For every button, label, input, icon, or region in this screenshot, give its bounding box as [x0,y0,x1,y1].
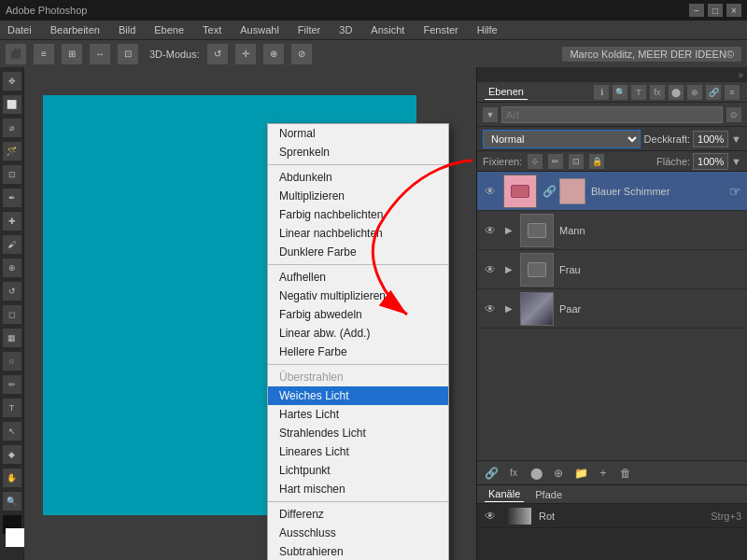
layers-icon-fx[interactable]: fx [650,85,665,100]
tool-shape[interactable]: ◆ [3,445,21,464]
flaeche-arrow[interactable]: ▼ [731,156,741,167]
blend-weiches-licht[interactable]: Weiches Licht [268,386,448,405]
tool-select-rect[interactable]: ⬜ [3,95,21,114]
blend-hart-mischen[interactable]: Hart mischen [268,480,448,498]
menu-hilfe[interactable]: Hilfe [473,22,501,37]
tool-pen[interactable]: ✏ [3,375,21,394]
layer-visibility-paar[interactable]: 👁 [483,301,498,316]
tool-path-select[interactable]: ↖ [3,422,21,441]
layers-icon-more[interactable]: ≡ [725,85,740,100]
blend-mode-select[interactable]: Normal [483,130,641,148]
channel-row-rot[interactable]: 👁 Rot Strg+3 [477,504,747,528]
tool-crop[interactable]: ⊡ [3,165,21,184]
layer-visibility-frau[interactable]: 👁 [483,262,498,277]
layers-icon-search[interactable]: 🔍 [613,85,627,100]
blend-subtrahieren[interactable]: Subtrahieren [268,542,448,560]
blend-hartes-licht[interactable]: Hartes Licht [268,405,448,424]
channel-visibility-rot[interactable]: 👁 [483,509,498,524]
tool-history-brush[interactable]: ↺ [3,282,21,301]
toolbar-icon-1[interactable]: ⬛ [6,44,26,64]
blend-lineares-licht[interactable]: Lineares Licht [268,442,448,461]
blend-farbig-abwedeln[interactable]: Farbig abwedeln [268,305,448,324]
layer-new-icon[interactable]: + [595,465,612,482]
tool-lasso[interactable]: ⌀ [3,119,21,137]
layer-mask-bottom-icon[interactable]: ⊕ [550,465,567,482]
menu-ansicht[interactable]: Ansicht [367,22,408,37]
blend-hellere-farbe[interactable]: Hellere Farbe [268,343,448,361]
paths-tab[interactable]: Pfade [531,487,566,502]
tool-zoom[interactable]: 🔍 [3,492,21,511]
layer-row-frau[interactable]: 👁 ▶ Frau [477,250,747,289]
toolbar-3d-zoom[interactable]: ⊕ [263,44,284,64]
tool-move[interactable]: ✥ [3,72,21,91]
toolbar-icon-5[interactable]: ⊡ [118,44,138,64]
layers-filter-type-icon[interactable]: ▼ [483,107,498,122]
tool-wand[interactable]: 🪄 [3,142,21,161]
blend-farbig-nachbelichten[interactable]: Farbig nachbelichten [268,205,448,224]
layer-expand-paar[interactable]: ▶ [503,303,514,315]
blend-linear-abw[interactable]: Linear abw. (Add.) [268,324,448,343]
menu-datei[interactable]: Datei [4,22,35,37]
blend-differenz[interactable]: Differenz [268,505,448,524]
layer-expand-frau[interactable]: ▶ [503,264,514,275]
blend-negativ-multiplizieren[interactable]: Negativ multiplizieren [268,287,448,305]
layers-search-input[interactable] [501,106,723,123]
blend-mode-dropdown[interactable]: Normal Sprenkeln Abdunkeln Multipliziere… [267,123,449,560]
blend-ueberstrahlen[interactable]: Überstrahlen [268,368,448,386]
fix-lock-icon[interactable]: 🔒 [589,154,604,169]
close-button[interactable]: × [726,4,741,17]
layers-tab[interactable]: Ebenen [485,84,528,100]
layer-fx-icon[interactable]: fx [505,465,522,482]
blend-aufhellen[interactable]: Aufhellen [268,268,448,287]
layer-adjustment-icon[interactable]: ⬤ [528,465,544,482]
tool-hand[interactable]: ✋ [3,469,21,487]
blend-dunklere-farbe[interactable]: Dunklere Farbe [268,243,448,261]
menu-filter[interactable]: Filter [294,22,324,37]
channels-tab[interactable]: Kanäle [485,486,524,502]
blend-strahlendes-licht[interactable]: Strahlendes Licht [268,424,448,442]
layer-delete-icon[interactable]: 🗑 [617,465,634,482]
blend-abdunkeln[interactable]: Abdunkeln [268,168,448,187]
menu-bild[interactable]: Bild [115,22,139,37]
fix-pixel-icon[interactable]: ✏ [548,154,563,169]
maximize-button[interactable]: □ [708,4,723,17]
layer-expand-mann[interactable]: ▶ [503,225,514,236]
layer-folder-icon[interactable]: 📁 [572,465,589,482]
tool-text[interactable]: T [3,399,21,417]
toolbar-icon-2[interactable]: ≡ [34,44,54,64]
layers-icon-type[interactable]: T [631,85,646,100]
opacity-arrow[interactable]: ▼ [731,133,741,145]
layer-row-paar[interactable]: 👁 ▶ Paar [477,289,747,329]
layers-icon-adjust[interactable]: ⬤ [669,85,684,100]
toolbar-icon-4[interactable]: ↔ [90,44,110,64]
tool-eyedrop[interactable]: ✒ [3,189,21,207]
blend-multiplizieren[interactable]: Multiplizieren [268,187,448,205]
fix-position-icon[interactable]: ⊹ [528,154,543,169]
blend-sprenkeln[interactable]: Sprenkeln [268,143,448,161]
tool-gradient[interactable]: ▦ [3,329,21,347]
layer-row-blauer-schimmer[interactable]: 👁 🔗 Blauer Schimmer ☞ [477,172,747,211]
blend-normal[interactable]: Normal [268,124,448,143]
layers-icon-link[interactable]: 🔗 [706,85,721,100]
toolbar-3d-rotate[interactable]: ↺ [207,44,228,64]
tool-heal[interactable]: ✚ [3,212,21,231]
blend-lichtpunkt[interactable]: Lichtpunkt [268,461,448,480]
opacity-input[interactable] [693,131,728,147]
flaeche-input[interactable] [693,153,728,170]
menu-ebene[interactable]: Ebene [150,22,188,37]
toolbar-icon-3[interactable]: ⊞ [62,44,82,64]
menu-auswahl[interactable]: Auswahl [236,22,283,37]
toolbar-3d-pan[interactable]: ✛ [235,44,256,64]
blend-linear-nachbelichten[interactable]: Linear nachbelichten [268,224,448,243]
tool-eraser[interactable]: ◻ [3,305,21,324]
fix-blend-icon[interactable]: ⊡ [569,154,584,169]
layers-icon-info[interactable]: ℹ [594,85,609,100]
minimize-button[interactable]: − [689,4,704,17]
menu-3d[interactable]: 3D [335,22,356,37]
layers-icon-mask[interactable]: ⊕ [687,85,702,100]
tool-brush[interactable]: 🖌 [3,235,21,254]
blend-ausschluss[interactable]: Ausschluss [268,524,448,542]
tool-dodge[interactable]: ○ [3,352,21,371]
layer-link-bottom-icon[interactable]: 🔗 [483,465,500,482]
layers-search-toggle[interactable]: ⊙ [726,107,741,122]
